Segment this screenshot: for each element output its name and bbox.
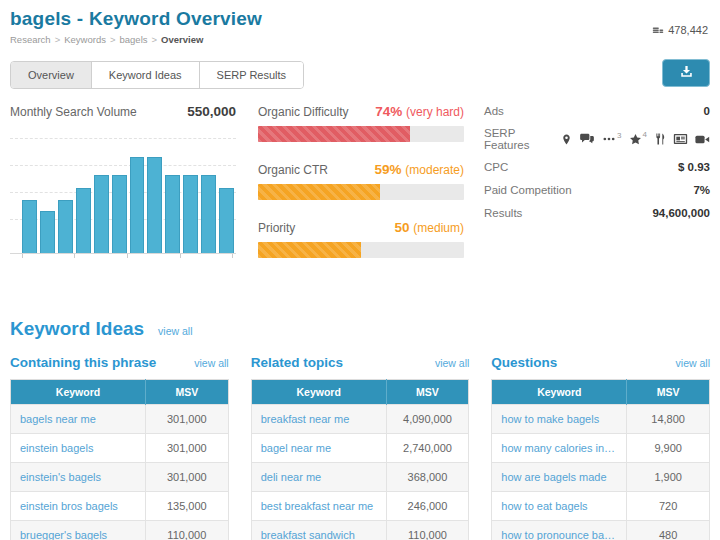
table-row: how to pronounce bagel480: [492, 521, 710, 540]
download-icon: [679, 64, 694, 83]
search-volume-label: Monthly Search Volume: [10, 105, 137, 119]
msv-value: 4,090,000: [386, 405, 469, 434]
download-button[interactable]: [662, 59, 710, 87]
keyword-link[interactable]: einstein's bagels: [11, 463, 146, 492]
msv-value: 368,000: [386, 463, 469, 492]
keyword-link[interactable]: einstein bagels: [11, 434, 146, 463]
axis-tick: [127, 254, 128, 258]
chart-bar: [22, 200, 37, 253]
keyword-column-header: Keyword: [11, 380, 146, 405]
keyword-link[interactable]: how many calories in bagels: [492, 434, 627, 463]
containing-phrase-view-all-link[interactable]: view all: [194, 357, 228, 369]
msv-value: 14,800: [627, 405, 710, 434]
keyword-link[interactable]: einstein bros bagels: [11, 492, 146, 521]
table-row: einstein bagels301,000: [11, 434, 229, 463]
organic-difficulty-gauge: Organic Difficulty 74% (very hard): [258, 104, 464, 142]
table-row: how to eat bagels720: [492, 492, 710, 521]
serp-feature-count: 4: [643, 130, 647, 139]
gridline: [10, 138, 236, 139]
organic-ctr-qualifier: (moderate): [405, 163, 464, 177]
msv-value: 480: [627, 521, 710, 540]
questions-view-all-link[interactable]: view all: [676, 357, 710, 369]
chart-bar: [58, 200, 73, 253]
breadcrumb-item[interactable]: Keywords: [64, 34, 106, 45]
tab-overview[interactable]: Overview: [11, 62, 91, 88]
table-row: how many calories in bagels9,900: [492, 434, 710, 463]
priority-qualifier: (medium): [413, 221, 464, 235]
video-icon: [695, 134, 710, 145]
page-title: bagels - Keyword Overview: [10, 8, 710, 30]
chart-bar: [183, 175, 198, 253]
credits-value: 478,442: [668, 24, 708, 36]
chart-bar: [94, 175, 109, 253]
keyword-ideas-view-all-link[interactable]: view all: [158, 325, 192, 337]
overview-stats-section: Monthly Search Volume 550,000 Organic D: [10, 104, 710, 278]
msv-column-header: MSV: [145, 380, 228, 405]
axis-tick: [232, 254, 233, 258]
breadcrumb-separator: >: [110, 34, 116, 45]
chart-bar: [201, 175, 216, 253]
chart-bars: [22, 157, 234, 253]
keyword-link[interactable]: bagel near me: [251, 434, 386, 463]
gauges-panel: Organic Difficulty 74% (very hard) Organ…: [258, 104, 464, 278]
table-row: bruegger's bagels110,000: [11, 521, 229, 540]
breadcrumb-item[interactable]: bagels: [120, 34, 148, 45]
axis-tick: [180, 254, 181, 258]
msv-value: 301,000: [145, 434, 228, 463]
priority-label: Priority: [258, 221, 295, 235]
keyword-link[interactable]: how are bagels made: [492, 463, 627, 492]
stat-row-cpc: CPC $ 0.93: [484, 160, 710, 174]
containing-phrase-column: Containing this phrase view all KeywordM…: [10, 355, 229, 540]
msv-value: 110,000: [145, 521, 228, 540]
organic-ctr-bar: [258, 184, 464, 200]
tab-serp-results[interactable]: SERP Results: [199, 62, 304, 88]
priority-value: 50: [395, 220, 410, 235]
table-row: best breakfast near me246,000: [251, 492, 469, 521]
msv-value: 9,900: [627, 434, 710, 463]
related-topics-title: Related topics: [251, 355, 343, 370]
questions-table: KeywordMSVhow to make bagels14,800how ma…: [491, 379, 710, 540]
keyword-link[interactable]: deli near me: [251, 463, 386, 492]
table-row: einstein's bagels301,000: [11, 463, 229, 492]
chart-bar: [130, 157, 145, 253]
breadcrumb-separator: >: [152, 34, 158, 45]
tab-keyword-ideas[interactable]: Keyword Ideas: [91, 62, 199, 88]
organic-difficulty-qualifier: (very hard): [406, 105, 464, 119]
keyword-link[interactable]: bruegger's bagels: [11, 521, 146, 540]
breadcrumb-item[interactable]: Research: [10, 34, 51, 45]
keyword-link[interactable]: bagels near me: [11, 405, 146, 434]
keyword-column-header: Keyword: [492, 380, 627, 405]
table-row: breakfast sandwich110,000: [251, 521, 469, 540]
keyword-ideas-title: Keyword Ideas: [10, 318, 144, 340]
stat-row-paid-competition: Paid Competition 7%: [484, 183, 710, 197]
containing-phrase-title: Containing this phrase: [10, 355, 156, 370]
containing-phrase-table: KeywordMSVbagels near me301,000einstein …: [10, 379, 229, 540]
msv-value: 301,000: [145, 405, 228, 434]
breadcrumb-item: Overview: [161, 34, 203, 45]
search-volume-chart: [10, 129, 236, 254]
chart-bar: [112, 175, 127, 253]
axis-tick: [22, 254, 23, 258]
restaurant-icon: [654, 132, 666, 146]
priority-gauge: Priority 50 (medium): [258, 220, 464, 258]
keyword-link[interactable]: breakfast sandwich: [251, 521, 386, 540]
chart-bar: [165, 175, 180, 253]
keyword-link[interactable]: how to make bagels: [492, 405, 627, 434]
msv-value: 135,000: [145, 492, 228, 521]
keyword-link[interactable]: how to eat bagels: [492, 492, 627, 521]
keyword-link[interactable]: breakfast near me: [251, 405, 386, 434]
msv-value: 110,000: [386, 521, 469, 540]
msv-value: 246,000: [386, 492, 469, 521]
keyword-link[interactable]: how to pronounce bagel: [492, 521, 627, 540]
keyword-link[interactable]: best breakfast near me: [251, 492, 386, 521]
table-row: breakfast near me4,090,000: [251, 405, 469, 434]
related-topics-view-all-link[interactable]: view all: [435, 357, 469, 369]
stat-row-ads: Ads 0: [484, 104, 710, 118]
stat-row-results: Results 94,600,000: [484, 206, 710, 220]
msv-value: 301,000: [145, 463, 228, 492]
table-row: einstein bros bagels135,000: [11, 492, 229, 521]
chart-bar: [147, 157, 162, 253]
reviews-icon: [579, 133, 595, 145]
news-icon: [673, 133, 688, 145]
chart-bar: [219, 188, 234, 253]
